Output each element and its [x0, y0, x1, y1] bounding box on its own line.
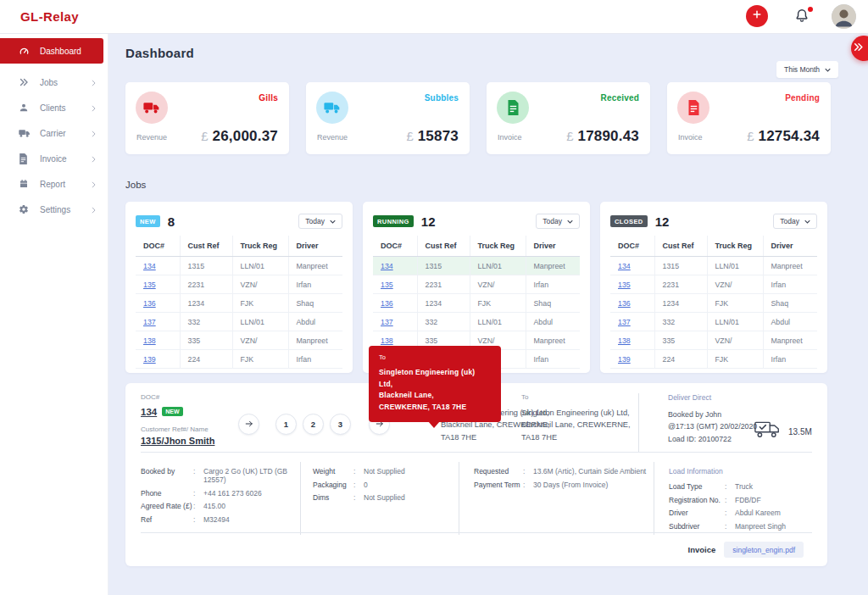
- stat-group-label: Gills: [259, 93, 278, 103]
- gauge-icon: [19, 45, 31, 57]
- doc-link[interactable]: 136: [618, 299, 631, 308]
- field-label: Dims: [313, 493, 353, 502]
- table-cell: LLN/01: [232, 313, 288, 331]
- sidebar-item-report[interactable]: Report: [0, 171, 108, 197]
- doc-link[interactable]: 134: [381, 262, 393, 270]
- chevron-down-icon: [804, 217, 810, 225]
- pagination-page-3[interactable]: 3: [330, 414, 351, 435]
- stat-metric-label: Revenue: [136, 133, 167, 142]
- doc-number-label: DOC#: [141, 393, 214, 401]
- table-cell: Manpreet: [526, 331, 580, 350]
- doc-cell: 134: [610, 257, 654, 275]
- detail-field-row: Agreed Rate (£):415.00: [141, 502, 300, 510]
- jobs-section-heading: Jobs: [125, 180, 146, 190]
- board-filter-select[interactable]: Today: [536, 214, 580, 229]
- field-separator: :: [193, 502, 203, 510]
- field-label: Booked by: [141, 467, 193, 484]
- pagination-prev-button[interactable]: [238, 414, 259, 435]
- stat-group-label: Subbles: [425, 93, 459, 103]
- load-capacity: 13.5M: [788, 427, 812, 437]
- doc-link[interactable]: 138: [618, 336, 631, 345]
- table-row: 1341315LLN/01Manpreet: [136, 257, 342, 275]
- app-root: GL-Relay Dashboard Jobs: [0, 0, 868, 595]
- sidebar-item-dashboard[interactable]: Dashboard: [0, 38, 103, 64]
- chevron-right-icon: [92, 79, 96, 88]
- doc-link[interactable]: 139: [618, 355, 631, 364]
- doc-link[interactable]: 135: [143, 281, 156, 289]
- doc-link[interactable]: 135: [618, 281, 631, 289]
- sidebar-item-settings[interactable]: Settings: [0, 197, 108, 222]
- expand-panel-button[interactable]: [851, 36, 868, 61]
- table-cell: Abdul: [288, 313, 342, 331]
- doc-link[interactable]: 136: [143, 299, 156, 308]
- invoice-file-chip[interactable]: singleton_engin.pdf: [724, 542, 804, 558]
- table-row: 138335VZN/Manpreet: [136, 331, 342, 350]
- stat-card-gills: Gills Revenue £26,000.37: [125, 82, 289, 154]
- sidebar-item-clients[interactable]: Clients: [0, 95, 108, 120]
- column-header: DOC#: [136, 236, 180, 257]
- chevron-down-icon: [330, 217, 336, 225]
- doc-link[interactable]: 134: [143, 262, 156, 270]
- table-cell: 2231: [654, 275, 707, 294]
- avatar[interactable]: [832, 4, 856, 29]
- doc-link[interactable]: 139: [143, 355, 156, 364]
- field-value: 13.6M (Artic), Curtain Side Ambient: [533, 467, 654, 475]
- sidebar-item-invoice[interactable]: Invoice: [0, 146, 108, 171]
- pagination-page-1[interactable]: 1: [275, 414, 297, 435]
- chevron-right-icon: [92, 206, 96, 215]
- column-header: Truck Reg: [470, 236, 526, 257]
- table-cell: 1315: [417, 257, 470, 275]
- stat-amount: 15873: [418, 128, 459, 145]
- table-cell: VZN/: [707, 275, 763, 294]
- deliver-booked-by: Booked by John: [668, 409, 757, 420]
- table-cell: Irfan: [526, 350, 580, 369]
- status-badge: CLOSED: [610, 215, 648, 227]
- pagination-page-2[interactable]: 2: [303, 414, 324, 435]
- doc-link[interactable]: 138: [381, 336, 393, 345]
- jobs-count: 8: [168, 214, 175, 229]
- doc-number-link[interactable]: 134: [141, 407, 157, 417]
- notifications-button[interactable]: [793, 7, 814, 27]
- status-badge: NEW: [136, 215, 160, 227]
- sidebar-item-carrier[interactable]: Carrier: [0, 120, 108, 146]
- period-select[interactable]: This Month: [776, 61, 838, 78]
- detail-field-row: Weight:Not Supplied: [313, 467, 459, 475]
- table-cell: 2231: [180, 275, 232, 294]
- table-row: 1352231VZN/Irfan: [610, 275, 817, 294]
- table-cell: LLN/01: [470, 313, 526, 331]
- board-filter-select[interactable]: Today: [298, 214, 342, 229]
- doc-link[interactable]: 136: [381, 299, 393, 308]
- doc-link[interactable]: 137: [143, 318, 156, 326]
- status-badge: RUNNING: [373, 215, 414, 227]
- field-separator: :: [523, 481, 533, 489]
- board-filter-select[interactable]: Today: [773, 214, 817, 229]
- doc-link[interactable]: 135: [381, 281, 393, 289]
- sidebar-item-jobs[interactable]: Jobs: [0, 70, 108, 95]
- table-row: 1352231VZN/Irfan: [136, 275, 342, 294]
- stat-amount: 26,000.37: [213, 128, 278, 145]
- stat-card-pending: Pending Invoice £12754.34: [667, 82, 831, 154]
- table-cell: VZN/: [470, 275, 526, 294]
- field-label: Registration No.: [669, 496, 725, 504]
- invoice-label: Invoice: [688, 545, 716, 554]
- page-title: Dashboard: [125, 46, 194, 60]
- doc-link[interactable]: 137: [381, 318, 393, 326]
- add-button[interactable]: [746, 5, 768, 27]
- to-label: To: [521, 393, 642, 401]
- board-filter-value: Today: [780, 217, 799, 225]
- table-cell: 332: [180, 313, 232, 331]
- doc-link[interactable]: 134: [618, 262, 631, 270]
- table-cell: Irfan: [526, 275, 580, 294]
- sidebar-item-label: Invoice: [40, 154, 67, 164]
- doc-cell: 137: [136, 313, 180, 331]
- field-label: Ref: [141, 515, 193, 524]
- vertical-divider: [638, 393, 639, 453]
- table-cell: VZN/: [232, 331, 288, 350]
- table-cell: 335: [654, 331, 707, 350]
- column-header: Cust Ref: [654, 236, 707, 257]
- customer-ref-link[interactable]: 1315/Jhon Smith: [141, 436, 214, 446]
- doc-link[interactable]: 137: [618, 318, 631, 326]
- doc-link[interactable]: 138: [143, 336, 156, 345]
- currency-symbol: £: [406, 129, 413, 143]
- sidebar-item-label: Carrier: [40, 129, 66, 138]
